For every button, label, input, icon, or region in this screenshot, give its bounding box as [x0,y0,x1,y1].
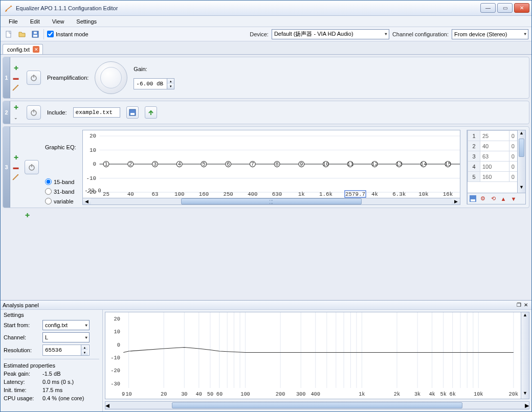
svg-text:-22.0: -22.0 [84,188,101,194]
menu-view[interactable]: View [47,17,70,26]
remove-stage-icon[interactable]: ▬ [12,163,20,171]
table-row[interactable]: 2400 [468,141,525,151]
open-include-icon[interactable] [145,106,157,119]
add-stage-icon[interactable]: ✚ [23,211,31,219]
add-stage-icon[interactable]: ✚ [12,64,20,72]
svg-text:-10: -10 [86,175,96,181]
scroll-thumb[interactable] [181,198,362,204]
svg-text:1: 1 [104,161,108,167]
tabstrip: config.txt ✕ [1,41,531,55]
scroll-down-icon[interactable]: ▼ [521,391,529,399]
tab-config[interactable]: config.txt ✕ [3,44,43,54]
analysis-vscroll[interactable]: ▲ ▼ [521,312,529,399]
svg-text:30: 30 [181,391,187,397]
svg-text:-30: -30 [110,381,120,387]
stage-index[interactable]: 3 [3,127,10,208]
svg-text:1k: 1k [359,391,365,397]
table-row[interactable]: 3630 [468,151,525,162]
power-button[interactable] [27,71,41,85]
scroll-left-icon[interactable]: ◀ [105,402,109,409]
scroll-up-icon[interactable]: ▲ [518,130,525,139]
stage-index[interactable]: 2 [3,101,10,124]
shift-up-icon[interactable]: ▲ [499,195,507,203]
radio-15-band[interactable]: 15-band [45,178,76,185]
menu-edit[interactable]: Edit [25,17,45,26]
analysis-panel: Analysis panel ❐ ✕ Settings Start from: … [1,300,531,411]
eq-hscroll[interactable]: ◀ ▶ [82,198,460,205]
menubar: File Edit View Settings [1,16,531,27]
resolution-input[interactable]: ▲▼ [42,345,90,356]
shift-down-icon[interactable]: ▼ [509,195,518,203]
radio-31-band[interactable]: 31-band [45,188,76,195]
scroll-left-icon[interactable]: ◀ [83,199,91,204]
cpu-usage-value: 0.4 % (one core) [42,395,84,401]
power-button[interactable] [27,105,41,120]
estimated-header: Estimated properties [4,362,99,369]
scroll-right-icon[interactable]: ▶ [452,199,460,204]
spin-up-icon[interactable]: ▲ [81,345,88,350]
scroll-down-icon[interactable]: ▼ [518,185,525,193]
device-combo[interactable]: Default (扬声器 - VIA HD Audio) [272,29,389,39]
analysis-title: Analysis panel [3,302,515,308]
include-label: Include: [47,109,67,116]
include-file-input[interactable] [73,107,120,118]
peak-gain-value: -1.5 dB [42,371,60,377]
edit-stage-icon[interactable] [12,173,20,181]
cpu-usage-label: CPU usage: [4,395,40,401]
scroll-right-icon[interactable]: ▶ [525,402,529,409]
scroll-up-icon[interactable]: ▲ [521,312,529,321]
open-file-icon[interactable] [17,29,27,39]
undock-icon[interactable]: ❐ [515,302,522,309]
load-bands-icon[interactable]: ⚙ [479,195,487,203]
eq-chart[interactable]: 20100-10-20 123456789101112131415 254063… [82,130,460,198]
tab-close-icon[interactable]: ✕ [33,46,39,53]
channel-config-combo[interactable]: From device (Stereo) [452,29,528,39]
radio-variable[interactable]: variable [45,198,76,204]
band-table[interactable]: 1250240036304100051600 ▲ ▼ [467,130,526,193]
preamp-label: Preamplification: [47,75,88,81]
analysis-hscroll[interactable]: ◀ ▶ [105,401,529,409]
close-panel-icon[interactable]: ✕ [522,302,529,309]
add-stage-icon[interactable]: ✚ [12,153,20,162]
maximize-button[interactable]: ▭ [497,3,513,13]
table-row[interactable]: 1250 [468,131,525,141]
new-file-icon[interactable] [4,29,14,39]
svg-text:10: 10 [125,391,131,397]
gain-input[interactable]: ▲▼ [134,78,174,89]
band-vscroll[interactable]: ▲ ▼ [517,130,525,193]
svg-text:250: 250 [223,191,233,197]
scroll-thumb[interactable] [519,139,524,157]
spin-down-icon[interactable]: ▼ [167,84,174,89]
add-stage-icon[interactable]: ✚ [12,104,20,112]
menu-settings[interactable]: Settings [71,17,102,26]
expand-icon[interactable]: ⌄ [12,113,20,122]
spin-up-icon[interactable]: ▲ [167,79,174,84]
stage-include: 2 ✚ ⌄ Include: [3,101,529,124]
scroll-thumb[interactable] [172,402,462,408]
instant-mode-checkbox[interactable]: Instant mode [47,31,88,37]
minimize-button[interactable]: — [480,3,496,13]
stage-index[interactable]: 1 [3,57,10,98]
menu-file[interactable]: File [4,17,23,26]
edit-stage-icon[interactable] [12,83,20,91]
app-icon [5,4,13,12]
svg-text:300: 300 [296,391,306,397]
spin-down-icon[interactable]: ▼ [81,350,88,355]
svg-text:10: 10 [90,147,96,153]
analysis-chart[interactable]: 20100-10-20-30 9102030405060100200300400… [105,312,529,399]
save-file-icon[interactable] [30,29,40,39]
channel-combo[interactable]: L [42,332,90,342]
start-from-combo[interactable]: config.txt [42,320,90,330]
power-button[interactable] [25,160,39,174]
invert-bands-icon[interactable]: ⟲ [489,195,497,203]
close-button[interactable]: ✕ [514,3,529,13]
svg-text:7: 7 [251,161,254,167]
gain-dial[interactable] [95,61,127,94]
gain-label: Gain: [134,66,174,72]
svg-text:13: 13 [395,161,402,167]
remove-stage-icon[interactable]: ▬ [12,74,20,82]
save-bands-icon[interactable] [469,195,477,203]
browse-file-icon[interactable] [126,106,139,119]
table-row[interactable]: 51600 [468,172,525,182]
table-row[interactable]: 41000 [468,162,525,172]
